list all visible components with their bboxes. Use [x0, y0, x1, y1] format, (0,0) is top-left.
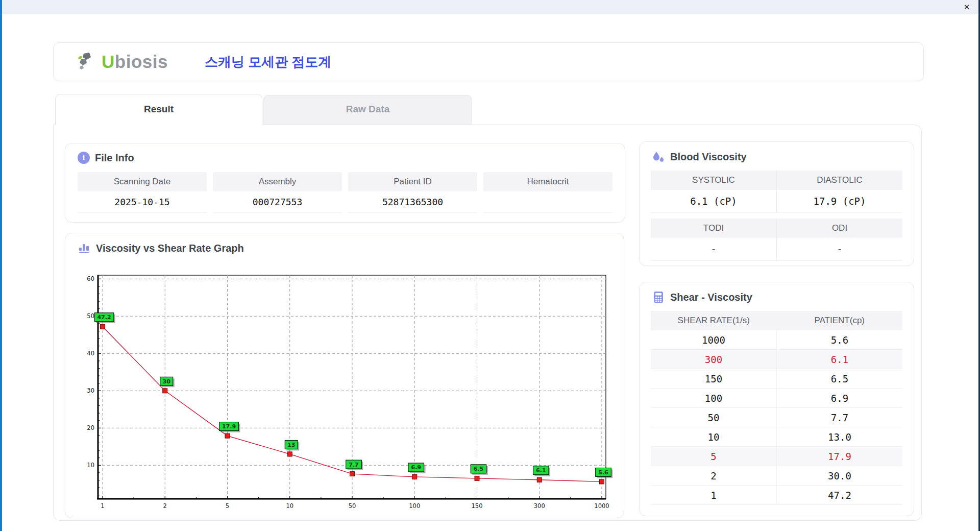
- field-label: Assembly: [213, 172, 342, 191]
- svg-text:13: 13: [287, 442, 295, 448]
- table-cell: 6.5: [776, 369, 902, 388]
- svg-text:1000: 1000: [594, 502, 609, 510]
- tab-raw-data[interactable]: Raw Data: [263, 95, 472, 125]
- field-value: 2025-10-15: [78, 191, 207, 213]
- table-cell: 300: [651, 350, 776, 369]
- svg-text:17.9: 17.9: [222, 423, 236, 430]
- field-label: Scanning Date: [78, 172, 207, 191]
- svg-text:100: 100: [409, 502, 420, 510]
- table-cell: 150: [651, 369, 776, 388]
- svg-text:47.2: 47.2: [97, 314, 111, 321]
- file-info-title: File Info: [95, 152, 134, 164]
- content-panel: i File Info Scanning Date2025-10-15Assem…: [53, 125, 922, 521]
- svg-text:6.5: 6.5: [474, 466, 484, 472]
- window-titlebar: ✕: [2, 0, 978, 14]
- shear-table-body: 10005.63006.11506.51006.9507.71013.0517.…: [651, 330, 902, 505]
- file-info-card: i File Info Scanning Date2025-10-15Assem…: [65, 143, 625, 223]
- table-cell: 13.0: [776, 427, 902, 446]
- table-row: 3006.1: [651, 350, 902, 369]
- file-info-grid: Scanning Date2025-10-15Assembly000727553…: [65, 164, 625, 213]
- table-cell: 17.9: [776, 447, 902, 466]
- svg-text:30: 30: [87, 387, 94, 394]
- blood-viscosity-table: SYSTOLIC DIASTOLIC 6.1 (cP) 17.9 (cP) TO…: [651, 171, 902, 261]
- table-row: 1006.9: [651, 389, 902, 408]
- table-cell: 7.7: [776, 408, 902, 427]
- graph-title: Viscosity vs Shear Rate Graph: [96, 243, 244, 254]
- patient-column-header: PATIENT(cp): [777, 311, 903, 330]
- svg-text:50: 50: [349, 502, 356, 510]
- file-info-title-row: i File Info: [65, 143, 625, 164]
- svg-text:150: 150: [472, 502, 483, 510]
- table-cell: 1: [651, 486, 776, 504]
- diastolic-header: DIASTOLIC: [776, 171, 902, 190]
- table-row: 230.0: [651, 466, 902, 486]
- table-cell: 47.2: [776, 486, 902, 504]
- shear-viscosity-title: Shear - Viscosity: [670, 292, 752, 303]
- table-cell: 6.1: [776, 350, 902, 369]
- shear-viscosity-card: Shear - Viscosity SHEAR RATE(1/s) PATIEN…: [639, 282, 914, 516]
- close-icon[interactable]: ✕: [961, 2, 972, 12]
- field-value: 52871365300: [348, 191, 477, 213]
- svg-text:20: 20: [87, 424, 94, 431]
- todi-header: TODI: [651, 219, 776, 238]
- svg-text:7.7: 7.7: [349, 462, 359, 468]
- graph-title-row: Viscosity vs Shear Rate Graph: [65, 233, 624, 255]
- svg-text:10: 10: [286, 502, 293, 510]
- field-label: Hematocrit: [483, 172, 612, 191]
- table-cell: 100: [651, 389, 776, 407]
- app-header: Ubiosis 스캐닝 모세관 점도계: [53, 42, 924, 81]
- table-cell: 5: [651, 447, 776, 466]
- odi-value: -: [776, 238, 902, 261]
- file-info-field: Hematocrit: [483, 172, 612, 213]
- bar-chart-icon: [78, 242, 91, 255]
- table-row: 517.9: [651, 447, 902, 466]
- svg-text:50: 50: [87, 312, 94, 320]
- svg-text:5.6: 5.6: [598, 469, 608, 476]
- svg-text:5: 5: [226, 502, 229, 510]
- svg-text:300: 300: [534, 502, 545, 510]
- logo: Ubiosis: [77, 52, 168, 72]
- graph-card: Viscosity vs Shear Rate Graph 1020304050…: [65, 233, 624, 518]
- svg-text:6.9: 6.9: [411, 464, 422, 471]
- table-cell: 50: [651, 408, 776, 427]
- table-row: 10005.6: [651, 330, 902, 350]
- logo-text: Ubiosis: [102, 52, 168, 72]
- table-row: 147.2: [651, 486, 902, 505]
- tab-result[interactable]: Result: [55, 94, 262, 125]
- svg-text:6.1: 6.1: [536, 467, 546, 474]
- shear-table-header: SHEAR RATE(1/s) PATIENT(cp): [651, 311, 902, 330]
- blood-viscosity-title: Blood Viscosity: [670, 151, 747, 163]
- svg-text:60: 60: [87, 275, 94, 282]
- shear-viscosity-title-row: Shear - Viscosity: [640, 282, 914, 304]
- todi-value: -: [651, 238, 776, 261]
- info-icon: i: [78, 152, 90, 164]
- table-row: 507.7: [651, 408, 902, 427]
- viscosity-chart: 1020304050601251050100150300100047.23017…: [70, 262, 620, 513]
- shear-viscosity-table: SHEAR RATE(1/s) PATIENT(cp) 10005.63006.…: [651, 311, 902, 505]
- table-cell: 2: [651, 466, 776, 485]
- table-cell: 5.6: [776, 330, 902, 349]
- table-cell: 30.0: [776, 466, 902, 485]
- file-info-field: Patient ID52871365300: [348, 172, 477, 213]
- table-cell: 6.9: [776, 389, 902, 407]
- svg-text:10: 10: [87, 462, 94, 469]
- shear-rate-column-header: SHEAR RATE(1/s): [651, 311, 777, 330]
- file-info-field: Scanning Date2025-10-15: [78, 172, 207, 213]
- ubiosis-logo-icon: [77, 52, 97, 71]
- table-cell: 1000: [651, 330, 776, 349]
- field-label: Patient ID: [348, 172, 477, 191]
- svg-text:1: 1: [101, 502, 104, 510]
- file-info-field: Assembly000727553: [213, 172, 342, 213]
- diastolic-value: 17.9 (cP): [776, 190, 902, 213]
- systolic-value: 6.1 (cP): [651, 190, 776, 213]
- field-value: [483, 191, 612, 213]
- page-title: 스캐닝 모세관 점도계: [205, 53, 331, 71]
- blood-viscosity-title-row: Blood Viscosity: [640, 142, 914, 163]
- calculator-icon: [652, 291, 665, 304]
- odi-header: ODI: [776, 219, 902, 238]
- table-row: 1013.0: [651, 427, 902, 447]
- systolic-header: SYSTOLIC: [651, 171, 776, 190]
- svg-text:40: 40: [87, 350, 94, 357]
- svg-text:2: 2: [163, 502, 167, 510]
- window-left-border: [0, 0, 2, 531]
